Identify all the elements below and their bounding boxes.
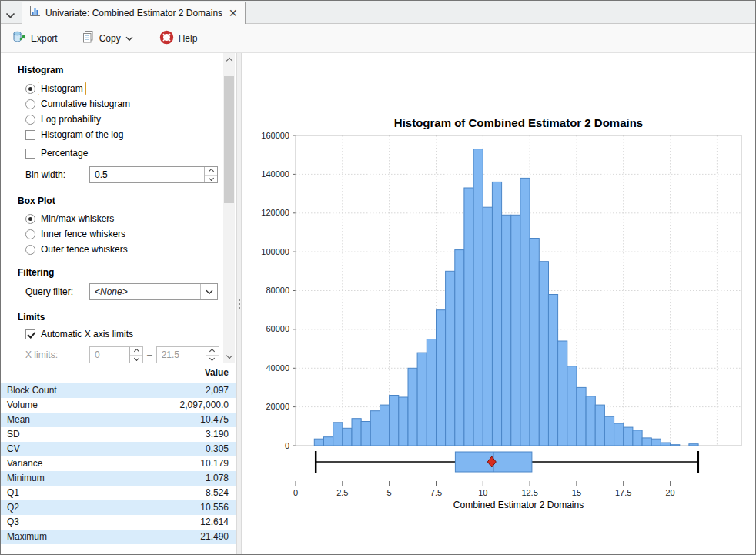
stats-value-header: Value: [1, 363, 236, 383]
query-filter-select[interactable]: <None>: [89, 283, 218, 300]
radio-log-probability[interactable]: Log probability: [25, 113, 221, 125]
tab-list-chevron-icon[interactable]: [5, 8, 15, 22]
help-label: Help: [179, 33, 198, 44]
help-button[interactable]: Help: [153, 27, 204, 50]
radio-inner-fence-label: Inner fence whiskers: [41, 229, 125, 239]
scrollbar-thumb[interactable]: [224, 76, 234, 203]
radio-icon: [25, 229, 35, 239]
checkbox-icon: [25, 149, 35, 159]
radio-selected-icon: [25, 84, 35, 94]
bin-width-row: Bin width: 0.5: [25, 166, 221, 183]
stat-label: Variance: [1, 456, 200, 471]
radio-icon: [25, 99, 35, 109]
query-filter-label: Query filter:: [25, 286, 89, 297]
stats-rows: Block Count2,097Volume2,097,000.0Mean10.…: [1, 383, 236, 544]
stat-label: Minimum: [1, 471, 206, 486]
stat-row: Variance10.179: [1, 456, 236, 471]
stat-value: 0.305: [206, 442, 236, 456]
stat-label: Mean: [1, 413, 200, 427]
svg-text:40000: 40000: [266, 363, 289, 373]
radio-inner-fence-whiskers[interactable]: Inner fence whiskers: [25, 228, 221, 240]
spin-up-icon[interactable]: [206, 347, 219, 356]
bin-width-input[interactable]: 0.5: [89, 166, 218, 183]
chart-pane: 0200004000060000800001000001200001400001…: [242, 53, 755, 554]
histogram-chart-icon: [29, 6, 41, 20]
query-filter-row: Query filter: <None>: [25, 283, 221, 300]
scrollbar-down-icon[interactable]: [223, 350, 235, 363]
stat-value: 12.614: [200, 515, 236, 530]
svg-text:80000: 80000: [266, 286, 289, 295]
export-label: Export: [31, 33, 58, 44]
svg-text:160000: 160000: [261, 131, 289, 140]
x-limit-max-input[interactable]: 21.5: [156, 346, 219, 363]
checkbox-checked-icon: [25, 329, 35, 339]
svg-text:120000: 120000: [261, 208, 289, 217]
stat-value: 1.078: [206, 471, 236, 486]
checkbox-histogram-of-log[interactable]: Histogram of the log: [25, 129, 221, 141]
checkbox-icon: [25, 130, 35, 140]
stat-row: Minimum1.078: [1, 471, 236, 486]
svg-text:7.5: 7.5: [430, 488, 442, 497]
radio-histogram[interactable]: Histogram: [25, 82, 221, 95]
radio-cumulative-histogram[interactable]: Cumulative histogram: [25, 98, 221, 110]
svg-text:60000: 60000: [266, 324, 289, 333]
spin-down-icon[interactable]: [130, 356, 142, 363]
svg-text:Combined Estimator 2 Domains: Combined Estimator 2 Domains: [453, 500, 584, 510]
stat-value: 2,097: [206, 383, 236, 398]
stat-label: Q1: [1, 486, 206, 500]
spin-up-icon[interactable]: [205, 167, 217, 176]
stat-label: CV: [1, 442, 206, 456]
radio-outer-fence-whiskers[interactable]: Outer fence whiskers: [25, 243, 221, 256]
stat-value: 21.490: [200, 530, 236, 544]
spinner-buttons: [129, 347, 142, 363]
main-area: Histogram Histogram Cumulative histogram…: [1, 53, 755, 554]
copy-icon: [81, 30, 95, 46]
toolbar: Export Copy Help: [1, 24, 755, 53]
svg-text:Histogram of Combined Estimato: Histogram of Combined Estimator 2 Domain…: [394, 116, 643, 129]
x-limits-label: X limits:: [25, 349, 89, 360]
radio-log-probability-label: Log probability: [41, 114, 101, 125]
stat-row: SD3.190: [1, 427, 236, 442]
copy-label: Copy: [99, 33, 121, 44]
stat-row: Block Count2,097: [1, 383, 236, 398]
section-title-limits: Limits: [18, 312, 221, 323]
stat-row: Q312.614: [1, 515, 236, 530]
svg-text:20: 20: [665, 488, 674, 497]
bin-width-label: Bin width:: [25, 169, 89, 180]
checkbox-histogram-of-log-label: Histogram of the log: [41, 129, 123, 140]
pane-splitter[interactable]: [236, 53, 242, 554]
stat-label: SD: [1, 427, 206, 442]
svg-text:20000: 20000: [266, 402, 289, 411]
stat-value: 10.179: [200, 456, 236, 471]
radio-minmax-whiskers-label: Min/max whiskers: [41, 213, 114, 224]
combo-dropdown-chevron-icon[interactable]: [200, 284, 217, 299]
tab-univariate[interactable]: Univariate: Combined Estimator 2 Domains…: [22, 2, 246, 24]
x-limits-row: X limits: 0 – 21.5: [25, 346, 221, 363]
stat-label: Q2: [1, 500, 200, 515]
stat-label: Volume: [1, 398, 180, 413]
stat-label: Block Count: [1, 383, 206, 398]
controls-scrollbar[interactable]: [223, 53, 235, 363]
spinner-buttons: [204, 167, 217, 182]
copy-button[interactable]: Copy: [75, 27, 139, 49]
stat-value: 10.556: [200, 500, 236, 515]
checkbox-percentage[interactable]: Percentage: [25, 147, 221, 159]
export-button[interactable]: Export: [5, 27, 64, 49]
stat-row: CV0.305: [1, 442, 236, 456]
checkbox-automatic-x-limits-label: Automatic X axis limits: [41, 329, 133, 339]
tab-close-icon[interactable]: ✕: [229, 8, 238, 18]
radio-minmax-whiskers[interactable]: Min/max whiskers: [25, 212, 221, 225]
spin-up-icon[interactable]: [130, 347, 142, 356]
export-icon: [12, 30, 26, 46]
x-limit-min-input[interactable]: 0: [89, 346, 143, 363]
checkbox-automatic-x-limits[interactable]: Automatic X axis limits: [25, 328, 221, 340]
spin-down-icon[interactable]: [206, 356, 219, 363]
copy-dropdown-chevron-icon[interactable]: [125, 33, 133, 44]
svg-text:5: 5: [387, 488, 392, 497]
svg-text:12.5: 12.5: [521, 488, 537, 497]
radio-icon: [25, 115, 35, 125]
stat-row: Volume2,097,000.0: [1, 398, 236, 413]
spin-down-icon[interactable]: [205, 176, 217, 183]
scrollbar-up-icon[interactable]: [223, 53, 235, 65]
radio-icon: [25, 245, 35, 255]
